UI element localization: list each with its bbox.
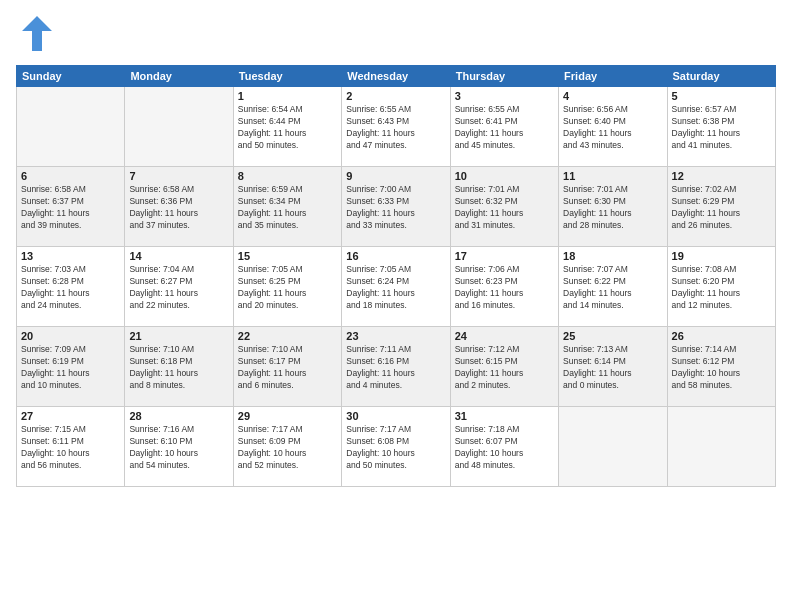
day-number: 29 [238, 410, 337, 422]
day-info: Sunrise: 7:05 AM Sunset: 6:24 PM Dayligh… [346, 264, 445, 312]
calendar-cell [125, 87, 233, 167]
day-number: 24 [455, 330, 554, 342]
day-info: Sunrise: 7:08 AM Sunset: 6:20 PM Dayligh… [672, 264, 771, 312]
day-info: Sunrise: 7:05 AM Sunset: 6:25 PM Dayligh… [238, 264, 337, 312]
calendar-cell: 24Sunrise: 7:12 AM Sunset: 6:15 PM Dayli… [450, 327, 558, 407]
day-info: Sunrise: 6:58 AM Sunset: 6:36 PM Dayligh… [129, 184, 228, 232]
calendar-cell: 19Sunrise: 7:08 AM Sunset: 6:20 PM Dayli… [667, 247, 775, 327]
day-info: Sunrise: 7:17 AM Sunset: 6:08 PM Dayligh… [346, 424, 445, 472]
day-info: Sunrise: 7:18 AM Sunset: 6:07 PM Dayligh… [455, 424, 554, 472]
day-info: Sunrise: 6:57 AM Sunset: 6:38 PM Dayligh… [672, 104, 771, 152]
day-info: Sunrise: 6:59 AM Sunset: 6:34 PM Dayligh… [238, 184, 337, 232]
day-number: 2 [346, 90, 445, 102]
calendar-cell: 2Sunrise: 6:55 AM Sunset: 6:43 PM Daylig… [342, 87, 450, 167]
header [16, 16, 776, 55]
weekday-header-thursday: Thursday [450, 66, 558, 87]
day-info: Sunrise: 6:55 AM Sunset: 6:43 PM Dayligh… [346, 104, 445, 152]
day-number: 25 [563, 330, 662, 342]
day-info: Sunrise: 7:16 AM Sunset: 6:10 PM Dayligh… [129, 424, 228, 472]
logo [16, 16, 52, 55]
day-info: Sunrise: 7:01 AM Sunset: 6:30 PM Dayligh… [563, 184, 662, 232]
day-number: 7 [129, 170, 228, 182]
calendar-cell: 22Sunrise: 7:10 AM Sunset: 6:17 PM Dayli… [233, 327, 341, 407]
calendar-header-row: SundayMondayTuesdayWednesdayThursdayFrid… [17, 66, 776, 87]
day-info: Sunrise: 6:58 AM Sunset: 6:37 PM Dayligh… [21, 184, 120, 232]
day-number: 23 [346, 330, 445, 342]
day-number: 3 [455, 90, 554, 102]
calendar-cell: 16Sunrise: 7:05 AM Sunset: 6:24 PM Dayli… [342, 247, 450, 327]
svg-marker-0 [22, 16, 52, 51]
day-number: 1 [238, 90, 337, 102]
weekday-header-tuesday: Tuesday [233, 66, 341, 87]
day-number: 31 [455, 410, 554, 422]
weekday-header-wednesday: Wednesday [342, 66, 450, 87]
day-number: 17 [455, 250, 554, 262]
calendar-week-row: 13Sunrise: 7:03 AM Sunset: 6:28 PM Dayli… [17, 247, 776, 327]
calendar-cell [559, 407, 667, 487]
calendar-cell: 29Sunrise: 7:17 AM Sunset: 6:09 PM Dayli… [233, 407, 341, 487]
day-info: Sunrise: 7:09 AM Sunset: 6:19 PM Dayligh… [21, 344, 120, 392]
calendar-cell: 8Sunrise: 6:59 AM Sunset: 6:34 PM Daylig… [233, 167, 341, 247]
calendar-cell: 10Sunrise: 7:01 AM Sunset: 6:32 PM Dayli… [450, 167, 558, 247]
calendar-cell: 9Sunrise: 7:00 AM Sunset: 6:33 PM Daylig… [342, 167, 450, 247]
calendar-cell: 13Sunrise: 7:03 AM Sunset: 6:28 PM Dayli… [17, 247, 125, 327]
calendar-cell [667, 407, 775, 487]
day-info: Sunrise: 7:17 AM Sunset: 6:09 PM Dayligh… [238, 424, 337, 472]
day-info: Sunrise: 7:12 AM Sunset: 6:15 PM Dayligh… [455, 344, 554, 392]
day-number: 30 [346, 410, 445, 422]
day-info: Sunrise: 7:11 AM Sunset: 6:16 PM Dayligh… [346, 344, 445, 392]
calendar-week-row: 1Sunrise: 6:54 AM Sunset: 6:44 PM Daylig… [17, 87, 776, 167]
day-info: Sunrise: 6:54 AM Sunset: 6:44 PM Dayligh… [238, 104, 337, 152]
day-info: Sunrise: 7:13 AM Sunset: 6:14 PM Dayligh… [563, 344, 662, 392]
day-info: Sunrise: 7:07 AM Sunset: 6:22 PM Dayligh… [563, 264, 662, 312]
day-number: 20 [21, 330, 120, 342]
day-number: 9 [346, 170, 445, 182]
calendar-cell: 20Sunrise: 7:09 AM Sunset: 6:19 PM Dayli… [17, 327, 125, 407]
calendar-cell [17, 87, 125, 167]
day-number: 5 [672, 90, 771, 102]
calendar-cell: 15Sunrise: 7:05 AM Sunset: 6:25 PM Dayli… [233, 247, 341, 327]
day-number: 10 [455, 170, 554, 182]
day-number: 4 [563, 90, 662, 102]
day-info: Sunrise: 7:15 AM Sunset: 6:11 PM Dayligh… [21, 424, 120, 472]
day-info: Sunrise: 7:01 AM Sunset: 6:32 PM Dayligh… [455, 184, 554, 232]
calendar-cell: 17Sunrise: 7:06 AM Sunset: 6:23 PM Dayli… [450, 247, 558, 327]
page: SundayMondayTuesdayWednesdayThursdayFrid… [0, 0, 792, 612]
calendar-cell: 3Sunrise: 6:55 AM Sunset: 6:41 PM Daylig… [450, 87, 558, 167]
day-info: Sunrise: 7:14 AM Sunset: 6:12 PM Dayligh… [672, 344, 771, 392]
day-info: Sunrise: 7:04 AM Sunset: 6:27 PM Dayligh… [129, 264, 228, 312]
calendar-cell: 30Sunrise: 7:17 AM Sunset: 6:08 PM Dayli… [342, 407, 450, 487]
calendar-week-row: 27Sunrise: 7:15 AM Sunset: 6:11 PM Dayli… [17, 407, 776, 487]
day-number: 12 [672, 170, 771, 182]
calendar-cell: 6Sunrise: 6:58 AM Sunset: 6:37 PM Daylig… [17, 167, 125, 247]
weekday-header-sunday: Sunday [17, 66, 125, 87]
day-info: Sunrise: 6:55 AM Sunset: 6:41 PM Dayligh… [455, 104, 554, 152]
calendar-cell: 21Sunrise: 7:10 AM Sunset: 6:18 PM Dayli… [125, 327, 233, 407]
calendar-cell: 31Sunrise: 7:18 AM Sunset: 6:07 PM Dayli… [450, 407, 558, 487]
calendar-cell: 23Sunrise: 7:11 AM Sunset: 6:16 PM Dayli… [342, 327, 450, 407]
day-number: 19 [672, 250, 771, 262]
day-number: 22 [238, 330, 337, 342]
day-number: 11 [563, 170, 662, 182]
calendar-cell: 25Sunrise: 7:13 AM Sunset: 6:14 PM Dayli… [559, 327, 667, 407]
calendar: SundayMondayTuesdayWednesdayThursdayFrid… [16, 65, 776, 487]
day-number: 21 [129, 330, 228, 342]
day-number: 26 [672, 330, 771, 342]
calendar-cell: 4Sunrise: 6:56 AM Sunset: 6:40 PM Daylig… [559, 87, 667, 167]
calendar-week-row: 20Sunrise: 7:09 AM Sunset: 6:19 PM Dayli… [17, 327, 776, 407]
weekday-header-monday: Monday [125, 66, 233, 87]
day-number: 15 [238, 250, 337, 262]
calendar-cell: 7Sunrise: 6:58 AM Sunset: 6:36 PM Daylig… [125, 167, 233, 247]
day-number: 16 [346, 250, 445, 262]
day-info: Sunrise: 7:10 AM Sunset: 6:17 PM Dayligh… [238, 344, 337, 392]
calendar-cell: 14Sunrise: 7:04 AM Sunset: 6:27 PM Dayli… [125, 247, 233, 327]
day-number: 18 [563, 250, 662, 262]
day-info: Sunrise: 6:56 AM Sunset: 6:40 PM Dayligh… [563, 104, 662, 152]
day-number: 8 [238, 170, 337, 182]
day-info: Sunrise: 7:03 AM Sunset: 6:28 PM Dayligh… [21, 264, 120, 312]
calendar-cell: 28Sunrise: 7:16 AM Sunset: 6:10 PM Dayli… [125, 407, 233, 487]
calendar-cell: 12Sunrise: 7:02 AM Sunset: 6:29 PM Dayli… [667, 167, 775, 247]
calendar-cell: 27Sunrise: 7:15 AM Sunset: 6:11 PM Dayli… [17, 407, 125, 487]
calendar-cell: 1Sunrise: 6:54 AM Sunset: 6:44 PM Daylig… [233, 87, 341, 167]
calendar-cell: 26Sunrise: 7:14 AM Sunset: 6:12 PM Dayli… [667, 327, 775, 407]
